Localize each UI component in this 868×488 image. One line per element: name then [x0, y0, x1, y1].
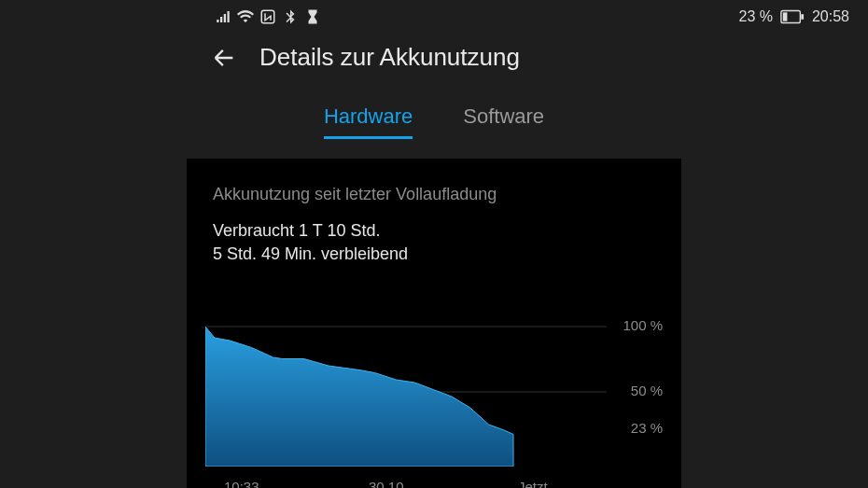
bluetooth-icon [282, 8, 299, 25]
y-tick-label: 50 % [631, 383, 663, 398]
svg-rect-2 [801, 14, 804, 20]
consumed-text: Verbraucht 1 T 10 Std. [187, 217, 681, 243]
y-tick-label: 100 % [623, 317, 663, 333]
tab-bar: Hardware Software [0, 105, 868, 139]
section-title: Akkunutzung seit letzter Vollaufladung [187, 159, 681, 217]
status-bar: 23 % 20:58 [0, 4, 868, 30]
page-header: Details zur Akkunutzung [211, 43, 520, 72]
battery-panel: Akkunutzung seit letzter Vollaufladung V… [187, 159, 681, 488]
back-button[interactable] [211, 45, 237, 71]
battery-percent-text: 23 % [738, 8, 772, 25]
tab-hardware[interactable]: Hardware [324, 105, 413, 139]
page-title: Details zur Akkunutzung [259, 43, 520, 72]
clock-text: 20:58 [812, 8, 849, 25]
hourglass-icon [304, 8, 321, 25]
nfc-icon [259, 8, 276, 25]
signal-icon [215, 8, 231, 25]
svg-rect-3 [783, 12, 788, 21]
y-tick-label: 23 % [631, 420, 663, 436]
battery-icon [780, 8, 805, 25]
x-tick-label: Jetzt [518, 479, 548, 488]
battery-chart: 100 %50 %23 % 10:3330.10.Jetzt [187, 308, 681, 488]
svg-rect-0 [261, 10, 274, 23]
wifi-icon [237, 8, 254, 25]
remaining-text: 5 Std. 49 Min. verbleibend [187, 243, 681, 264]
tab-software[interactable]: Software [463, 105, 544, 139]
x-tick-label: 30.10. [369, 479, 408, 488]
x-tick-label: 10:33 [224, 479, 259, 488]
